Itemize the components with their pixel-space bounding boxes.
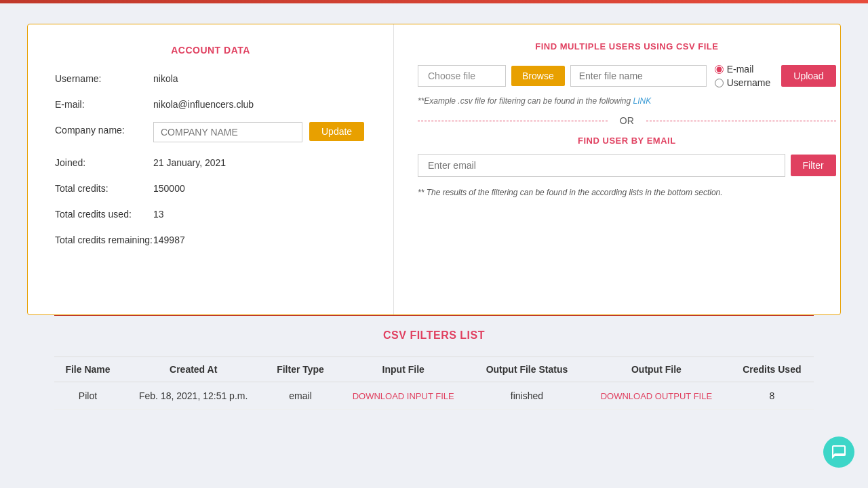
cell-created-at: Feb. 18, 2021, 12:51 p.m. bbox=[121, 382, 265, 410]
cell-output-file[interactable]: DOWNLOAD OUTPUT FILE bbox=[583, 382, 730, 410]
csv-upload-row: Choose file Browse E-mail Username Uploa… bbox=[418, 64, 836, 88]
or-text: OR bbox=[608, 115, 646, 126]
table-header-row: File Name Created At Filter Type Input F… bbox=[54, 357, 814, 382]
table-header: File Name Created At Filter Type Input F… bbox=[54, 357, 814, 382]
username-label: Username: bbox=[55, 70, 153, 84]
table-body: Pilot Feb. 18, 2021, 12:51 p.m. email DO… bbox=[54, 382, 814, 410]
csv-find-title: FIND MULTIPLE USERS USING CSV FILE bbox=[418, 41, 836, 52]
credits-used-row: Total credits used: 13 bbox=[55, 206, 366, 220]
credits-remaining-row: Total credits remaining: 149987 bbox=[55, 232, 366, 245]
bottom-section: CSV FILTERS LIST File Name Created At Fi… bbox=[27, 315, 841, 430]
joined-value: 21 January, 2021 bbox=[153, 155, 226, 168]
radio-group: E-mail Username bbox=[715, 64, 771, 88]
col-input-file: Input File bbox=[336, 357, 471, 382]
choose-file-box: Choose file bbox=[418, 65, 506, 87]
cell-input-file[interactable]: DOWNLOAD INPUT FILE bbox=[336, 382, 471, 410]
joined-row: Joined: 21 January, 2021 bbox=[55, 155, 366, 168]
col-output-status: Output File Status bbox=[471, 357, 583, 382]
company-label: Company name: bbox=[55, 122, 153, 136]
company-row: Company name: Update bbox=[55, 122, 366, 142]
update-button[interactable]: Update bbox=[309, 122, 364, 141]
filter-button[interactable]: Filter bbox=[791, 155, 836, 176]
cell-output-status: finished bbox=[471, 382, 583, 410]
radio-username[interactable]: Username bbox=[715, 77, 771, 88]
radio-username-label: Username bbox=[727, 77, 771, 88]
col-credits-used: Credits Used bbox=[730, 357, 814, 382]
divider-line-left bbox=[418, 121, 608, 121]
divider-line-right bbox=[646, 121, 836, 121]
file-name-input[interactable] bbox=[570, 65, 707, 87]
csv-link[interactable]: LINK bbox=[633, 96, 652, 106]
credits-used-value: 13 bbox=[153, 206, 164, 220]
username-row: Username: nikola bbox=[55, 70, 366, 84]
credits-remaining-label: Total credits remaining: bbox=[55, 232, 153, 245]
cell-filter-type: email bbox=[265, 382, 335, 410]
total-credits-row: Total credits: 150000 bbox=[55, 180, 366, 194]
csv-filters-list-title: CSV FILTERS LIST bbox=[54, 329, 814, 342]
col-file-name: File Name bbox=[54, 357, 121, 382]
total-credits-label: Total credits: bbox=[55, 180, 153, 194]
csv-note: **Example .csv file for filtering can be… bbox=[418, 96, 836, 106]
credits-used-label: Total credits used: bbox=[55, 206, 153, 220]
col-filter-type: Filter Type bbox=[265, 357, 335, 382]
email-row: E-mail: nikola@influencers.club bbox=[55, 96, 366, 110]
browse-button[interactable]: Browse bbox=[511, 66, 565, 86]
email-filter-input[interactable] bbox=[418, 154, 785, 177]
chat-icon bbox=[831, 444, 847, 451]
col-created-at: Created At bbox=[121, 357, 265, 382]
cell-credits-used: 8 bbox=[730, 382, 814, 410]
email-filter-row: Filter bbox=[418, 154, 836, 177]
col-output-file: Output File bbox=[583, 357, 730, 382]
cell-file-name: Pilot bbox=[54, 382, 121, 410]
upload-button[interactable]: Upload bbox=[781, 65, 835, 87]
total-credits-value: 150000 bbox=[153, 180, 185, 194]
radio-email[interactable]: E-mail bbox=[715, 64, 771, 75]
company-name-input[interactable] bbox=[153, 122, 302, 142]
page-wrapper: ACCOUNT DATA Username: nikola E-mail: ni… bbox=[0, 3, 868, 451]
main-card: ACCOUNT DATA Username: nikola E-mail: ni… bbox=[27, 24, 841, 315]
email-value: nikola@influencers.club bbox=[153, 96, 254, 110]
csv-filters-table: File Name Created At Filter Type Input F… bbox=[54, 357, 814, 410]
email-label: E-mail: bbox=[55, 96, 153, 110]
section-divider bbox=[54, 315, 814, 316]
username-value: nikola bbox=[153, 70, 178, 84]
credits-remaining-value: 149987 bbox=[153, 232, 185, 245]
bottom-note: ** The results of the filtering can be f… bbox=[418, 188, 836, 197]
joined-label: Joined: bbox=[55, 155, 153, 168]
table-row: Pilot Feb. 18, 2021, 12:51 p.m. email DO… bbox=[54, 382, 814, 410]
right-panel: FIND MULTIPLE USERS USING CSV FILE Choos… bbox=[394, 24, 860, 314]
left-panel: ACCOUNT DATA Username: nikola E-mail: ni… bbox=[28, 24, 394, 314]
radio-email-label: E-mail bbox=[727, 64, 754, 75]
find-email-title: FIND USER BY EMAIL bbox=[418, 136, 836, 146]
or-divider: OR bbox=[418, 115, 836, 126]
account-data-title: ACCOUNT DATA bbox=[55, 45, 366, 56]
